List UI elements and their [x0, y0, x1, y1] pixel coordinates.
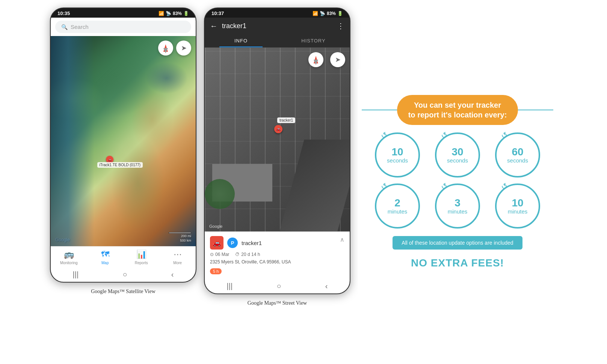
- interval-3min: ↺ 3 minutes: [435, 184, 480, 229]
- back-gesture[interactable]: |||: [73, 270, 79, 279]
- monitoring-label: Monitoring: [60, 261, 78, 265]
- parking-badge-icon: P: [227, 238, 238, 248]
- tracker-info-panel: 🚗 P tracker1 ∧ ⊙ 06 Mar ⏱ 20 d 14 h 2325…: [205, 232, 350, 279]
- google-watermark: Google: [55, 237, 70, 242]
- arrow-30sec-icon: ↺: [439, 130, 449, 141]
- tracker-address: 2325 Myers St, Oroville, CA 95966, USA: [210, 259, 344, 265]
- num-30sec: 30: [451, 147, 463, 157]
- arrow-10min-icon: ↺: [499, 181, 509, 192]
- interval-60sec: ↺ 60 seconds: [495, 132, 540, 177]
- tracker-duration-val: 20 d 14 h: [241, 252, 260, 257]
- p2-google-watermark: Google: [209, 224, 222, 229]
- interval-2min: ↺ 2 minutes: [375, 184, 420, 229]
- phone1-time: 10:35: [57, 11, 70, 16]
- more-label: More: [173, 261, 182, 265]
- unit-3min: minutes: [448, 208, 468, 215]
- tracker-info-name: tracker1: [242, 240, 262, 246]
- history-tab-label: HISTORY: [301, 38, 325, 44]
- p2-navigation-button[interactable]: ➤: [330, 52, 345, 67]
- tab-history[interactable]: HISTORY: [277, 34, 350, 47]
- title-section: You can set your tracker to report it's …: [362, 95, 553, 125]
- tracker-tabs: INFO HISTORY: [205, 34, 350, 48]
- map-icon: 🗺: [101, 250, 109, 259]
- reports-icon: 📊: [136, 250, 146, 259]
- nav-reports[interactable]: 📊 Reports: [123, 247, 160, 267]
- navigation-button[interactable]: ➤: [176, 41, 191, 56]
- phone2-wrapper: 10:37 📶 📡 83% 🔋 ← tracker1 ⋮ INFO HISTOR…: [204, 8, 350, 306]
- tab-info[interactable]: INFO: [205, 34, 277, 47]
- reports-label: Reports: [135, 261, 148, 265]
- unit-10sec: seconds: [387, 157, 408, 164]
- tracker-map-label: tracker1: [277, 117, 295, 123]
- nav-more[interactable]: ⋯ More: [160, 247, 196, 267]
- num-60sec: 60: [512, 147, 523, 157]
- p2-compass-arrow-icon: [314, 56, 318, 63]
- arrow-2min-icon: ↺: [379, 181, 389, 192]
- search-box[interactable]: 🔍 Search: [55, 21, 191, 33]
- satellite-map[interactable]: ➤ 🚗 iTrack1.TE BOLD (0177) Google 200 mi…: [51, 36, 196, 246]
- no-fees-text: NO EXTRA FEES!: [411, 257, 504, 269]
- monitoring-icon: 🚌: [64, 250, 74, 259]
- unit-60sec: seconds: [507, 157, 528, 164]
- aerial-map[interactable]: ➤ 🚗 tracker1 Google: [205, 48, 350, 232]
- scale-bar: [169, 232, 191, 233]
- unit-30sec: seconds: [447, 157, 468, 164]
- phone1-search-bar: 🔍 Search: [51, 18, 196, 36]
- more-icon: ⋯: [174, 250, 182, 259]
- p2-back-gesture[interactable]: |||: [227, 282, 233, 290]
- map-scale: 200 mi 500 km: [169, 232, 191, 242]
- intervals-grid: ↺ 10 seconds ↺ 30 seconds ↺ 60 seconds ↺…: [371, 132, 544, 229]
- title-line2: to report it's location every:: [408, 111, 507, 119]
- interval-10sec: ↺ 10 seconds: [375, 132, 420, 177]
- included-banner: All of these location update options are…: [393, 236, 522, 250]
- interval-30sec: ↺ 30 seconds: [435, 132, 480, 177]
- interval-10min: ↺ 10 minutes: [495, 184, 540, 229]
- info-title-box: You can set your tracker to report it's …: [397, 95, 518, 125]
- compass-button[interactable]: [158, 41, 173, 56]
- p2-home-gesture[interactable]: ○: [276, 282, 281, 290]
- num-2min: 2: [394, 198, 400, 208]
- phone1-caption: Google Maps™ Satellite View: [91, 289, 156, 295]
- phone2-time: 10:37: [211, 11, 224, 16]
- p2-gesture-bar: ||| ○ ‹: [205, 279, 350, 293]
- num-10sec: 10: [391, 147, 403, 157]
- nav-map[interactable]: 🗺 Map: [87, 247, 124, 267]
- car-label: iTrack1.TE BOLD (0177): [97, 162, 143, 168]
- wifi-icon: 📡: [166, 11, 171, 16]
- tracker-duration: ⏱ 20 d 14 h: [235, 252, 260, 257]
- gesture-bar: ||| ○ ‹: [51, 267, 196, 282]
- info-title: You can set your tracker to report it's …: [408, 100, 507, 120]
- arrow-3min-icon: ↺: [439, 181, 449, 192]
- tracker-info-header: 🚗 P tracker1 ∧: [210, 236, 344, 250]
- back-button[interactable]: ←: [210, 22, 217, 30]
- p2-recent-gesture[interactable]: ‹: [325, 282, 328, 290]
- timer-icon: ⏱: [235, 252, 240, 257]
- p2-compass[interactable]: [308, 52, 323, 67]
- unit-2min: minutes: [388, 208, 408, 215]
- search-placeholder: Search: [71, 24, 89, 30]
- map-label: Map: [101, 261, 109, 265]
- phone1-frame: 10:35 📶 📡 83% 🔋 🔍 Search ➤ �: [50, 8, 196, 283]
- compass-arrow-icon: [163, 44, 168, 52]
- home-gesture[interactable]: ○: [122, 270, 127, 279]
- phone2-status-icons: 📶 📡 83% 🔋: [313, 11, 343, 16]
- nav-monitoring[interactable]: 🚌 Monitoring: [51, 247, 87, 267]
- collapse-button[interactable]: ∧: [340, 236, 344, 243]
- signal-icon: 📶: [159, 11, 164, 16]
- p2-battery-text: 83%: [327, 11, 336, 16]
- phone2-frame: 10:37 📶 📡 83% 🔋 ← tracker1 ⋮ INFO HISTOR…: [204, 8, 350, 294]
- tracker-header: ← tracker1 ⋮: [205, 18, 350, 34]
- clock-icon: ⊙: [210, 252, 214, 257]
- tracker-icon-group: 🚗 P tracker1: [210, 236, 262, 250]
- title-line1: You can set your tracker: [414, 101, 501, 109]
- time-badge: 5 h: [210, 268, 222, 274]
- phone1-status-bar: 10:35 📶 📡 83% 🔋: [51, 8, 196, 18]
- p2-car-marker[interactable]: 🚗: [274, 125, 282, 133]
- tracker-meta: ⊙ 06 Mar ⏱ 20 d 14 h: [210, 252, 344, 257]
- recent-gesture[interactable]: ‹: [171, 270, 174, 279]
- p2-wifi-icon: 📡: [320, 11, 325, 16]
- battery-icon: 🔋: [183, 11, 189, 16]
- info-tab-label: INFO: [234, 38, 248, 44]
- more-options-button[interactable]: ⋮: [337, 21, 344, 30]
- arrow-60sec-icon: ↺: [499, 130, 509, 141]
